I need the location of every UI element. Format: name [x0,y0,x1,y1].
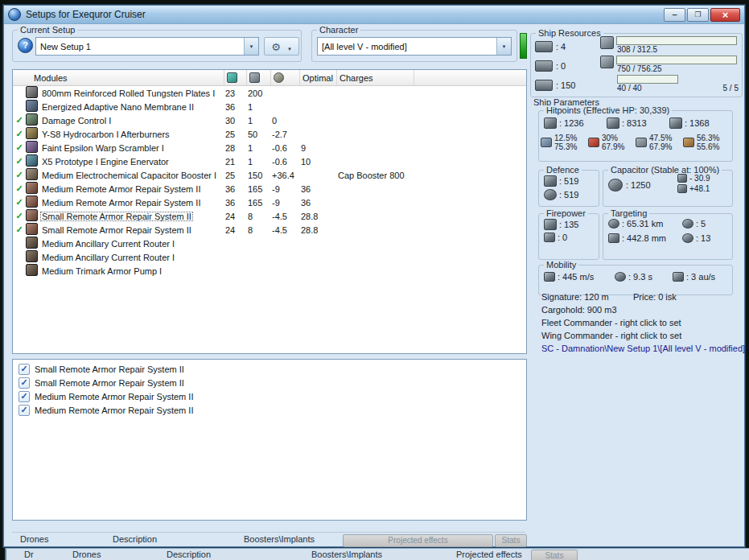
bg-tab-drones-cut[interactable]: Dr [24,550,34,559]
bg-tab-projected-effects[interactable]: Projected effects [456,550,522,559]
maximize-button[interactable] [687,8,709,22]
desktop: Dr Drones Description Boosters\Implants … [0,0,749,560]
fitted-check-icon: ✓ [13,211,26,221]
list-item[interactable]: Small Remote Armor Repair System II [13,376,526,389]
module-name: Damage Control I [40,116,113,126]
list-item[interactable]: Medium Remote Armor Repair System II [13,389,526,403]
capacitor-icon [608,179,623,191]
module-optimal: 10 [299,157,336,167]
projected-modules-list[interactable]: Small Remote Armor Repair System II Smal… [12,359,527,521]
module-pg: 165 [246,198,270,208]
module-cpu: 36 [224,184,246,194]
module-name: Small Remote Armor Repair System II [40,212,193,221]
checkbox-checked[interactable] [19,364,30,375]
setup-tools-button[interactable] [264,37,299,56]
module-row-selected[interactable]: ✓ Small Remote Armor Repair System II 24… [13,209,526,223]
powergrid-icon [600,56,614,68]
module-row[interactable]: ✓ Medium Remote Armor Repair System II 3… [13,196,526,209]
module-row[interactable]: 800mm Reinforced Rolled Tungsten Plates … [13,86,526,100]
module-name: Faint Epsilon Warp Scrambler I [40,143,166,153]
module-name: Y-S8 Hydrocarbon I Afterburners [40,130,171,139]
tab-description[interactable]: Description [113,534,157,544]
titlebar[interactable]: Setups for Exequror Cruiser [4,6,744,24]
module-row[interactable]: ✓ Damage Control I 30 1 0 [13,113,526,127]
remote-armor-repairer-icon [26,182,38,194]
current-setup-label: Current Setup [18,25,77,35]
module-row[interactable]: ✓ X5 Prototype I Engine Enervator 21 1 -… [13,154,526,168]
rig-calibration-value: : 150 [556,80,575,90]
slots-value: 5 / 5 [723,84,739,93]
close-button[interactable] [710,8,740,22]
module-optimal: 36 [299,198,336,208]
list-item-label: Medium Remote Armor Repair System II [35,392,193,401]
launcher-hardpoints-icon [535,60,553,72]
module-row[interactable]: Energized Adaptive Nano Membrane II 36 1 [13,100,526,113]
cpu-icon [227,72,237,83]
bg-tab-boosters-implants[interactable]: Boosters\Implants [311,550,382,559]
module-pg: 1 [246,157,270,167]
hitpoints-label: Hitpoints (Effective HP: 30,339) [544,105,672,115]
price-text: Price: 0 isk [633,292,677,302]
remote-armor-repairer-icon [26,209,38,221]
list-item[interactable]: Small Remote Armor Repair System II [13,362,526,376]
module-cap: -4.5 [270,225,299,235]
character-select[interactable]: [All level V - modified] [317,37,512,56]
tab-boosters-implants[interactable]: Boosters\Implants [244,534,315,544]
setup-select[interactable]: New Setup 1 [35,37,259,56]
rig-icon [26,237,38,249]
firepower-volley: : 0 [544,233,578,242]
module-row[interactable]: Medium Ancillary Current Router I [13,250,526,264]
modules-list[interactable]: Modules Optimal Charges 800mm Reinforced… [12,69,527,354]
setup-select-value: New Setup 1 [36,42,244,51]
cpu-usage-value: 308 / 312.5 [617,45,657,54]
bg-tab-drones[interactable]: Drones [72,550,101,559]
character-group: Character [All level V - modified] [311,30,517,62]
module-row[interactable]: ✓ Small Remote Armor Repair System II 24… [13,223,526,237]
defence-active: : 519 [544,189,578,200]
chevron-down-icon[interactable] [244,38,258,55]
max-targets-icon [682,219,693,229]
module-name: Medium Trimark Armor Pump I [40,266,163,276]
module-row[interactable]: ✓ Medium Electrochemical Capacitor Boost… [13,168,526,182]
targeting-label: Targeting [608,208,649,218]
turret-hardpoints-value: : 4 [556,42,566,51]
tab-projected-effects[interactable]: Projected effects [343,534,493,547]
bg-tab-stats[interactable]: Stats [531,550,578,560]
module-row[interactable]: ✓ Y-S8 Hydrocarbon I Afterburners 25 50 … [13,127,526,141]
fleet-commander-text[interactable]: Fleet Commander - right click to set [541,318,681,327]
chevron-down-icon[interactable] [496,38,511,55]
window-title: Setups for Exequror Cruiser [26,9,662,20]
module-row[interactable]: Medium Trimark Armor Pump I [13,264,526,278]
minimize-button[interactable] [664,8,685,22]
module-name: Medium Ancillary Current Router I [40,239,176,249]
fitted-check-icon: ✓ [13,170,26,180]
checkbox-checked[interactable] [19,377,30,389]
checkbox-checked[interactable] [19,405,30,416]
setup-path-text: SC - Damnation\New Setup 1\[All level V … [541,344,745,353]
help-button[interactable]: ? [18,38,33,53]
remote-armor-repairer-icon [26,196,38,208]
list-item[interactable]: Medium Remote Armor Repair System II [13,403,526,417]
module-row[interactable]: ✓ Faint Epsilon Warp Scrambler I 28 1 -0… [13,141,526,154]
module-row[interactable]: ✓ Medium Remote Armor Repair System II 3… [13,182,526,196]
armor-hp: : 8313 [607,117,669,129]
powergrid-usage-value: 750 / 756.25 [617,64,662,73]
checkbox-checked[interactable] [19,391,30,402]
module-row[interactable]: Medium Ancillary Current Router I [13,237,526,250]
wing-commander-text[interactable]: Wing Commander - right click to set [541,331,681,340]
chevron-down-icon[interactable] [287,39,292,54]
calibration-usage-value: 40 / 40 [617,84,642,93]
setups-window: Setups for Exequror Cruiser Current Setu… [3,5,745,547]
launcher-hardpoints-value: : 0 [556,61,566,71]
scan-resolution-icon [608,233,619,243]
capacitor-usage: - 30.9 [677,174,710,183]
tab-stats[interactable]: Stats [495,534,527,547]
tab-drones[interactable]: Drones [20,534,48,544]
bg-tab-description[interactable]: Description [167,550,211,559]
module-pg: 8 [246,225,270,235]
max-velocity-icon [544,272,555,282]
defence-group: Defence : 519 : 519 [538,170,599,207]
damage-control-icon [26,113,38,126]
module-cpu: 25 [224,171,246,180]
module-cpu: 36 [224,102,246,112]
